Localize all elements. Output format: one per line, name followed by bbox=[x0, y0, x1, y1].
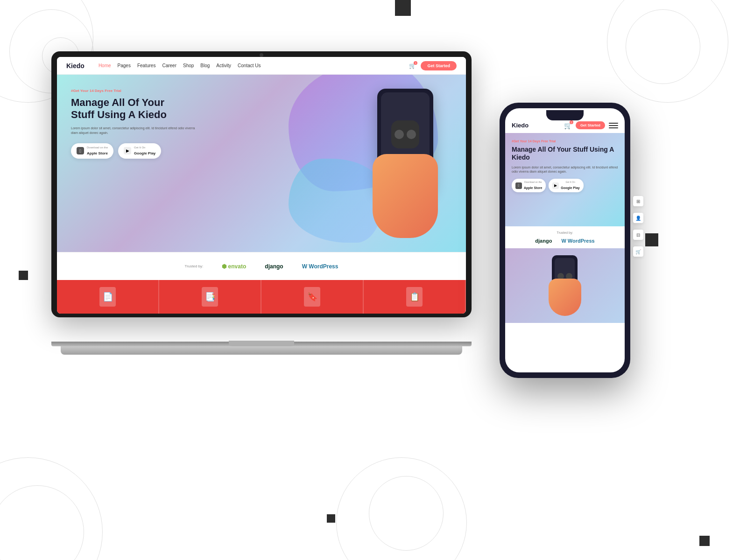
nav-links: Home Pages Features Career Shop Blog Act… bbox=[99, 63, 409, 68]
phone-side-icons: ⊞ 👤 ⊟ 🛒 bbox=[633, 196, 643, 257]
hero-content: #Get Your 14 Days Free Trial Manage All … bbox=[71, 89, 202, 159]
red-section-1: 📄 bbox=[57, 280, 159, 314]
phone-get-started-button[interactable]: Get Started bbox=[576, 121, 605, 129]
nav-link-blog[interactable]: Blog bbox=[200, 63, 210, 68]
phone-cart-icon[interactable]: 🛒1 bbox=[564, 122, 572, 129]
phone-google-play-text: Get It On Google Play bbox=[561, 181, 579, 190]
phone-apple-store-text: Download on the Apple Store bbox=[524, 181, 542, 190]
nav-link-contact[interactable]: Contact Us bbox=[238, 63, 261, 68]
phone-screen: Kiedo 🛒1 Get Started #Get Your 14 Days F… bbox=[505, 108, 625, 372]
red-section-3: 🔖 bbox=[261, 280, 364, 314]
phone-django-logo: django bbox=[535, 238, 552, 244]
get-started-button[interactable]: Get Started bbox=[421, 61, 457, 70]
phone-hero-title: Manage All Of Your Stuff Using A Kiedo bbox=[512, 146, 618, 161]
nav-link-activity[interactable]: Activity bbox=[216, 63, 231, 68]
phone-hand-illustration bbox=[546, 255, 584, 316]
menu-line-3 bbox=[609, 127, 618, 128]
laptop-screen-outer: Kiedo Home Pages Features Career Shop Bl… bbox=[51, 51, 472, 317]
google-play-text: Get It On Google Play bbox=[134, 146, 155, 156]
laptop-mockup: Kiedo Home Pages Features Career Shop Bl… bbox=[51, 51, 472, 355]
django-logo: django bbox=[265, 263, 283, 270]
phone-mockup: Kiedo 🛒1 Get Started #Get Your 14 Days F… bbox=[500, 103, 630, 378]
nav-actions: 🛒1 Get Started bbox=[409, 61, 457, 70]
trusted-section: Trusted by: ⬢ envato django W WordPress bbox=[57, 252, 466, 280]
side-icon-cart[interactable]: 🛒 bbox=[633, 246, 643, 257]
phone-google-play-button[interactable]: ▶ Get It On Google Play bbox=[549, 179, 583, 192]
deco-square-4 bbox=[327, 514, 335, 523]
nav-link-shop[interactable]: Shop bbox=[183, 63, 194, 68]
nav-link-career[interactable]: Career bbox=[162, 63, 176, 68]
menu-line-1 bbox=[609, 123, 618, 124]
phone-notch bbox=[546, 110, 584, 120]
apple-store-text: Download on the Apple Store bbox=[87, 146, 108, 156]
phone-brands: django W WordPress bbox=[512, 238, 618, 244]
laptop-screen: Kiedo Home Pages Features Career Shop Bl… bbox=[57, 57, 466, 314]
nav-link-home[interactable]: Home bbox=[99, 63, 111, 68]
deco-square-3 bbox=[645, 233, 658, 246]
hero-description: Lorem ipsum dolor sit amet, consectetur … bbox=[71, 126, 202, 136]
red-icon-4: 📋 bbox=[406, 287, 423, 307]
cart-icon[interactable]: 🛒1 bbox=[409, 63, 416, 69]
google-play-button[interactable]: ▶ Get It On Google Play bbox=[118, 143, 161, 159]
nav-link-features[interactable]: Features bbox=[137, 63, 155, 68]
hero-tag: #Get Your 14 Days Free Trial bbox=[71, 89, 202, 93]
deco-square-2 bbox=[19, 271, 28, 280]
mini-hand-shape bbox=[549, 279, 581, 316]
hero-title: Manage All Of Your Stuff Using A Kiedo bbox=[71, 97, 202, 121]
envato-logo: ⬢ envato bbox=[222, 263, 246, 270]
laptop-base bbox=[61, 346, 462, 355]
bg-circle-7 bbox=[0, 485, 84, 560]
bg-circle-6 bbox=[0, 457, 103, 560]
phone-outer: Kiedo 🛒1 Get Started #Get Your 14 Days F… bbox=[500, 103, 630, 378]
hero-title-line2: Stuff Using A Kiedo bbox=[71, 109, 167, 120]
wordpress-logo: W WordPress bbox=[302, 263, 338, 270]
menu-line-2 bbox=[609, 125, 618, 126]
bg-circle-8 bbox=[336, 457, 467, 560]
side-icon-layout[interactable]: ⊟ bbox=[633, 230, 643, 240]
phone-hero-section: #Get Your 14 Days Free Trial Manage All … bbox=[505, 133, 625, 226]
laptop-camera bbox=[260, 53, 263, 57]
phone-menu-button[interactable] bbox=[609, 123, 618, 128]
phone-hero-buttons:  Download on the Apple Store ▶ Get It O… bbox=[512, 179, 618, 192]
red-icon-1: 📄 bbox=[99, 287, 116, 307]
phone-apple-store-button[interactable]:  Download on the Apple Store bbox=[512, 179, 546, 192]
phone-apple-icon:  bbox=[515, 182, 522, 189]
red-section-2: 📑 bbox=[159, 280, 261, 314]
site-logo: Kiedo bbox=[66, 62, 85, 70]
phone-logo: Kiedo bbox=[512, 122, 560, 129]
side-icon-grid[interactable]: ⊞ bbox=[633, 196, 643, 206]
hero-buttons:  Download on the Apple Store ▶ Get It O… bbox=[71, 143, 202, 159]
nav-link-pages[interactable]: Pages bbox=[118, 63, 131, 68]
hero-section: #Get Your 14 Days Free Trial Manage All … bbox=[57, 75, 466, 252]
red-feature-sections: 📄 📑 🔖 📋 bbox=[57, 280, 466, 314]
deco-square-1 bbox=[395, 0, 411, 16]
hero-title-line1: Manage All Of Your bbox=[71, 97, 164, 108]
laptop-stand bbox=[229, 341, 294, 346]
side-icon-person[interactable]: 👤 bbox=[633, 213, 643, 223]
bg-circle-9 bbox=[369, 476, 444, 551]
phone-trusted-label: Trusted by: bbox=[512, 231, 618, 234]
google-play-icon: ▶ bbox=[124, 147, 131, 154]
phone-bottom-illustration bbox=[505, 248, 625, 323]
bg-circle-4 bbox=[607, 0, 728, 103]
apple-store-button[interactable]:  Download on the Apple Store bbox=[71, 143, 113, 159]
hand-shape bbox=[373, 154, 438, 238]
deco-square-5 bbox=[699, 536, 710, 546]
hero-phone-illustration bbox=[359, 79, 452, 238]
phone-wordpress-logo: W WordPress bbox=[561, 238, 594, 244]
phone-trusted-section: Trusted by: django W WordPress bbox=[505, 226, 625, 248]
phone-hero-description: Lorem ipsum dolor sit amet, consectetur … bbox=[512, 165, 618, 175]
red-icon-3: 🔖 bbox=[304, 287, 320, 307]
apple-icon:  bbox=[77, 147, 84, 154]
phone-google-play-icon: ▶ bbox=[552, 182, 559, 189]
trusted-label: Trusted by: bbox=[185, 264, 204, 268]
red-icon-2: 📑 bbox=[202, 287, 218, 307]
phone-hero-tag: #Get Your 14 Days Free Trial bbox=[512, 140, 618, 143]
site-navigation: Kiedo Home Pages Features Career Shop Bl… bbox=[57, 57, 466, 75]
bg-circle-5 bbox=[626, 9, 700, 84]
red-section-4: 📋 bbox=[364, 280, 466, 314]
